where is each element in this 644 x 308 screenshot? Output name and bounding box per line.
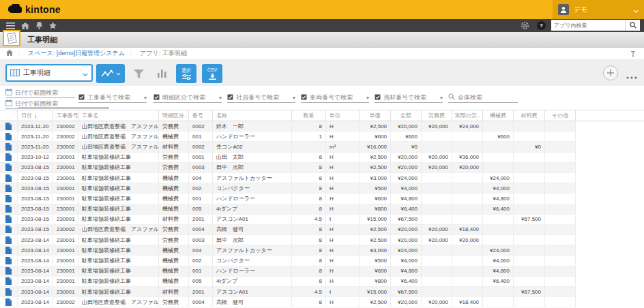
column-header-9[interactable]: 金額 [391,110,422,121]
column-header-6[interactable]: 数量 [292,110,326,121]
table-row[interactable]: 2023-08-14230001駐車場舗装修繕工事機械費004アスファルトカッタ… [0,245,644,256]
record-detail-icon[interactable] [0,132,18,142]
column-header-10[interactable]: 労務費 [422,110,452,121]
record-detail-icon[interactable] [0,121,18,132]
table-row[interactable]: 2023-08-15230001駐車場舗装修繕工事機械費0054tダンプ8H¥8… [0,204,644,215]
column-header-11[interactable]: 実際の労.. [452,110,483,121]
table-row[interactable]: 2023-08-15230001駐車場舗装修繕工事労務費0003田中 次郎8H¥… [0,163,644,173]
global-search-field[interactable]: 全体検索 [448,93,518,103]
table-cell [483,287,514,297]
table-row[interactable]: 2023-08-15230001駐車場舗装修繕工事機械費002コンパクター8H¥… [0,183,644,194]
table-cell: アスファルトカッター [213,173,292,183]
breadcrumb-home-icon[interactable] [6,50,13,57]
record-detail-icon[interactable] [0,194,18,204]
filter-dropdown-2[interactable]: 社員番号で検索▾ [227,93,295,103]
table-row[interactable]: 2023-08-14230001駐車場舗装修繕工事機械費001ハンドローラー8H… [0,266,644,277]
horizontal-scrollbar-thumb[interactable] [18,107,109,109]
column-header-8[interactable]: 単価 [360,110,391,121]
filter-label: 社員番号で検索 [236,93,290,102]
filter-dropdown-1[interactable]: 明細区分で検索▾ [153,93,222,103]
record-detail-icon[interactable] [0,142,18,152]
table-cell: ¥6,400 [483,277,514,287]
table-row[interactable]: 2023-08-14230001駐車場舗装修繕工事機械費0054tダンプ8H¥8… [0,277,644,287]
column-header-2[interactable]: 工事名 [78,110,159,121]
record-detail-icon[interactable] [0,266,18,277]
app-search-input[interactable] [551,22,625,29]
record-detail-icon[interactable] [0,245,18,256]
table-row[interactable]: 2023-08-15230001駐車場舗装修繕工事材料費2001アスコンA014… [0,215,644,225]
table-row[interactable]: 2023-11-20230002山田地区農道整備 アスファル..労務費0002鈴… [0,121,644,132]
table-row[interactable]: 2023-11-20230002山田地区農道整備 アスファル..機械費001ハン… [0,132,644,142]
filter-funnel-icon[interactable] [130,65,147,82]
column-header-5[interactable]: 名称 [213,110,292,121]
column-header-12[interactable]: 機械費 [483,110,514,121]
record-detail-icon[interactable] [0,163,18,173]
filter-dropdown-0[interactable]: 工事番号で検索▾ [78,93,147,103]
record-detail-icon[interactable] [0,256,18,266]
record-detail-icon[interactable] [0,225,18,235]
column-header-4[interactable]: 番号 [189,110,213,121]
table-cell [422,277,452,287]
record-detail-icon[interactable] [0,204,18,215]
user-menu[interactable]: デモ [553,0,644,19]
table-cell [514,173,545,183]
table-row[interactable]: 2023-08-15230001駐車場舗装修繕工事機械費004アスファルトカッタ… [0,173,644,183]
csv-export-button[interactable]: CSV [202,64,222,83]
add-record-button[interactable] [603,65,618,80]
home-icon[interactable] [21,22,29,29]
filter-dropdown-4[interactable]: 資材番号で検索▾ [375,93,443,103]
record-detail-icon[interactable] [0,287,18,297]
record-detail-icon[interactable] [0,297,18,307]
graph-button[interactable] [96,64,125,83]
date-range-filter-from[interactable]: 日付で範囲検索 [5,88,75,98]
table-row[interactable]: 2023-08-15230002山田地区農道整備 アスファル..労務費0004高… [0,225,644,235]
table-cell: 2001 [189,287,213,297]
table-cell: 8 [292,163,326,173]
column-header-3[interactable]: 明細区分.. [159,110,189,121]
table-cell: 230001 [53,183,78,194]
select-button[interactable]: 選択 [176,64,196,83]
table-cell: H [326,153,360,163]
table-row[interactable]: 2023-08-14230001駐車場舗装修繕工事機械費002コンパクター8H¥… [0,256,644,266]
record-detail-icon[interactable] [0,183,18,194]
column-header-0[interactable]: 日付↓ [18,110,53,121]
settings-gear-icon[interactable] [521,21,529,30]
view-selector[interactable]: 工事明細 [5,64,93,82]
table-cell: 2023-11-20 [18,132,53,142]
column-header-1[interactable]: 工事番号.. [53,110,78,121]
notifications-bell-icon[interactable] [35,22,43,29]
table-cell: 0002 [189,142,213,152]
record-detail-icon[interactable] [0,277,18,287]
pin-toolbar-icon[interactable] [630,51,636,59]
kintone-logo[interactable]: kintone [8,3,61,16]
record-detail-icon[interactable] [0,215,18,225]
hamburger-menu-icon[interactable] [6,22,15,29]
favorites-star-icon[interactable] [49,22,57,29]
record-detail-icon[interactable] [0,153,18,163]
table-cell: ¥20,000 [422,235,452,245]
more-options-icon[interactable] [626,70,637,82]
table-cell: ¥500 [360,256,391,266]
user-avatar-icon [558,4,569,15]
table-row[interactable]: 2023-08-14230002山田地区農道整備 アスファル..労務費0004高… [0,297,644,307]
filter-dropdown-3[interactable]: 車両番号で検索▾ [301,93,369,103]
column-header-13[interactable]: 材料費 [514,110,545,121]
record-detail-icon[interactable] [0,173,18,183]
table-row[interactable]: 2023-08-14230001駐車場舗装修繕工事材料費2001アスコンA014… [0,287,644,297]
table-cell: ¥24,000 [391,245,422,256]
table-row[interactable]: 2023-10-12230001駐車場舗装修繕工事労務費0001山田 太郎8H¥… [0,153,644,163]
table-cell: 労務費 [159,163,189,173]
help-icon[interactable]: ? [537,21,546,30]
table-row[interactable]: 2023-11-20230002山田地区農道整備 アスファル..材料費0002生… [0,142,644,152]
table-row[interactable]: 2023-08-14230001駐車場舗装修繕工事労務費0003田中 次郎8H¥… [0,235,644,245]
table-row[interactable]: 2023-08-15230001駐車場舗装修繕工事機械費001ハンドローラー8H… [0,194,644,204]
bar-chart-icon[interactable] [153,65,171,82]
column-header-7[interactable]: 単位 [326,110,360,121]
table-cell [422,142,452,152]
breadcrumb-space-link[interactable]: スペース: [demo]日報管理システム [28,49,125,58]
table-cell: 高橋 健司 [213,297,292,307]
search-icon[interactable] [625,20,640,31]
table-cell: 2023-08-14 [18,277,53,287]
record-detail-icon[interactable] [0,235,18,245]
column-header-14[interactable]: その他 [545,110,576,121]
